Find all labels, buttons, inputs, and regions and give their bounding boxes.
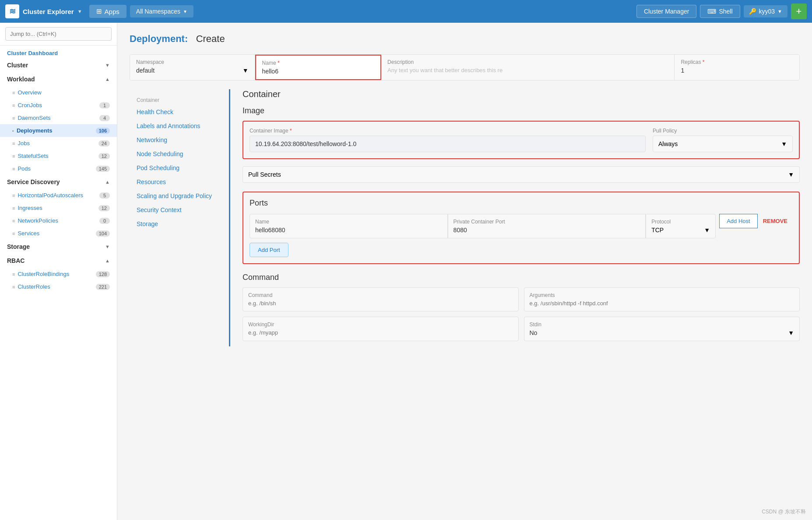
namespace-select[interactable]: default ▼ <box>136 67 249 74</box>
stdin-select[interactable]: No ▼ <box>530 329 794 336</box>
namespaces-dropdown[interactable]: All Namespaces ▼ <box>130 5 193 17</box>
left-nav-scaling-upgrade[interactable]: Scaling and Upgrade Policy <box>130 189 229 203</box>
command-row: Command Arguments <box>243 287 800 311</box>
pods-badge: 145 <box>96 166 110 172</box>
watermark: CSDN @ 东坡不释 <box>762 508 806 516</box>
cluster-explorer-label: Cluster Explorer <box>23 8 74 15</box>
cluster-chevron-icon: ▼ <box>105 63 110 68</box>
left-nav-pod-scheduling[interactable]: Pod Scheduling <box>130 161 229 175</box>
sidebar-item-clusterroles[interactable]: ≡ ClusterRoles 221 <box>0 280 117 293</box>
sidebar-group-storage[interactable]: Storage ▼ <box>0 240 117 254</box>
daemonsets-badge: 4 <box>99 115 110 121</box>
command-section-title: Command <box>243 273 800 282</box>
sidebar-item-overview[interactable]: ≡ Overview <box>0 86 117 99</box>
ports-section: Ports Name hello68080 Private Container … <box>243 192 800 264</box>
shell-icon: ⌨ <box>707 8 716 15</box>
main-content: Deployment: Create Namespace default ▼ N… <box>117 23 812 520</box>
command-field: Command <box>243 287 519 311</box>
remove-button[interactable]: REMOVE <box>758 214 793 228</box>
sidebar-group-workload[interactable]: Workload ▲ <box>0 72 117 86</box>
left-nav-node-scheduling[interactable]: Node Scheduling <box>130 147 229 161</box>
apps-button[interactable]: ⊞ Apps <box>89 5 127 18</box>
add-button[interactable]: + <box>791 3 807 19</box>
arguments-field: Arguments <box>524 287 800 311</box>
user-chevron-icon: ▼ <box>777 9 782 14</box>
pull-secrets-dropdown[interactable]: Pull Secrets ▼ <box>243 166 800 183</box>
user-button[interactable]: 🔑 kyy03 ▼ <box>744 5 787 17</box>
stdin-chevron-icon: ▼ <box>788 329 794 336</box>
sidebar-item-cronjobs[interactable]: ≡ CronJobs 1 <box>0 99 117 112</box>
user-icon: 🔑 <box>749 8 756 15</box>
image-section: Container Image * 10.19.64.203:8080/test… <box>243 121 800 159</box>
image-section-title: Image <box>243 106 800 115</box>
left-nav-networking[interactable]: Networking <box>130 133 229 147</box>
left-nav-health-check[interactable]: Health Check <box>130 105 229 119</box>
service-discovery-chevron-icon: ▲ <box>105 179 110 185</box>
arguments-input[interactable] <box>530 300 794 307</box>
pods-icon: ≡ <box>12 166 15 171</box>
networkpolicies-icon: ≡ <box>12 218 15 223</box>
protocol-chevron-icon: ▼ <box>704 227 710 234</box>
sidebar-item-pods[interactable]: ≡ Pods 145 <box>0 162 117 175</box>
ingresses-icon: ≡ <box>12 206 15 211</box>
pull-policy-chevron-icon: ▼ <box>781 140 787 147</box>
statefulsets-icon: ≡ <box>12 154 15 159</box>
overview-icon: ≡ <box>12 90 15 95</box>
workingdir-field: WorkingDir <box>243 317 519 341</box>
command-section: Command Command Arguments Work <box>243 273 800 341</box>
crb-badge: 128 <box>96 271 110 277</box>
sidebar-item-deployments[interactable]: ▪ Deployments 106 <box>0 124 117 137</box>
name-input[interactable] <box>262 68 375 75</box>
ports-title: Ports <box>250 199 793 208</box>
sidebar-item-clusterrolebindings[interactable]: ≡ ClusterRoleBindings 128 <box>0 268 117 280</box>
form-content: Container Image Container Image * 10.19.… <box>230 89 800 346</box>
hpa-badge: 5 <box>99 192 110 199</box>
left-nav-resources[interactable]: Resources <box>130 175 229 189</box>
left-nav-labels-annotations[interactable]: Labels and Annotations <box>130 119 229 133</box>
container-image-input[interactable]: 10.19.64.203:8080/test/helloword-1.0 <box>250 136 646 152</box>
sidebar-group-service-discovery[interactable]: Service Discovery ▲ <box>0 175 117 189</box>
name-field: Name * <box>255 55 382 80</box>
protocol-select[interactable]: TCP ▼ <box>651 227 710 234</box>
pull-policy-group: Pull Policy Always ▼ <box>653 128 793 152</box>
sidebar-item-hpa[interactable]: ≡ HorizontalPodAutoscalers 5 <box>0 189 117 202</box>
crb-icon: ≡ <box>12 272 15 277</box>
workingdir-input[interactable] <box>248 329 513 336</box>
add-host-button[interactable]: Add Host <box>719 214 757 228</box>
add-port-button[interactable]: Add Port <box>250 243 288 257</box>
networkpolicies-badge: 0 <box>99 218 110 224</box>
deployments-icon: ▪ <box>12 128 14 133</box>
workload-chevron-icon: ▲ <box>105 77 110 82</box>
port-private-input[interactable]: 8080 <box>453 227 640 234</box>
sidebar-item-daemonsets[interactable]: ≡ DaemonSets 4 <box>0 112 117 124</box>
cronjobs-icon: ≡ <box>12 103 15 108</box>
sidebar-item-jobs[interactable]: ≡ Jobs 24 <box>0 137 117 150</box>
sidebar-item-services[interactable]: ≡ Services 104 <box>0 227 117 240</box>
jobs-badge: 24 <box>98 140 110 147</box>
pull-policy-select[interactable]: Always ▼ <box>653 136 793 152</box>
ports-actions: Add Host REMOVE <box>719 214 793 228</box>
pull-secrets-chevron-icon: ▼ <box>788 171 794 178</box>
logo-chevron-icon[interactable]: ▼ <box>77 9 82 14</box>
port-name-input[interactable]: hello68080 <box>255 227 442 234</box>
command-row-2: WorkingDir Stdin No ▼ <box>243 317 800 341</box>
hpa-icon: ≡ <box>12 193 15 198</box>
shell-button[interactable]: ⌨ Shell <box>700 5 740 18</box>
sidebar-item-statefulsets[interactable]: ≡ StatefulSets 12 <box>0 150 117 162</box>
port-name-field: Name hello68080 <box>250 214 448 238</box>
deployments-badge: 106 <box>96 128 110 134</box>
description-field: Description Any text you want that bette… <box>381 55 675 80</box>
command-input[interactable] <box>248 300 513 307</box>
cr-badge: 221 <box>96 284 110 290</box>
sidebar-item-networkpolicies[interactable]: ≡ NetworkPolicies 0 <box>0 214 117 227</box>
search-input[interactable] <box>5 27 112 41</box>
left-nav-storage[interactable]: Storage <box>130 217 229 231</box>
ports-row: Name hello68080 Private Container Port 8… <box>250 214 793 238</box>
sidebar-group-rbac[interactable]: RBAC ▲ <box>0 254 117 268</box>
sidebar-item-ingresses[interactable]: ≡ Ingresses 12 <box>0 202 117 214</box>
left-nav-security-context[interactable]: Security Context <box>130 203 229 217</box>
cluster-manager-button[interactable]: Cluster Manager <box>636 5 697 18</box>
logo-icon: ≋ <box>5 4 19 18</box>
sidebar-group-cluster[interactable]: Cluster ▼ <box>0 58 117 72</box>
sidebar-item-cluster-dashboard[interactable]: Cluster Dashboard <box>0 45 117 58</box>
